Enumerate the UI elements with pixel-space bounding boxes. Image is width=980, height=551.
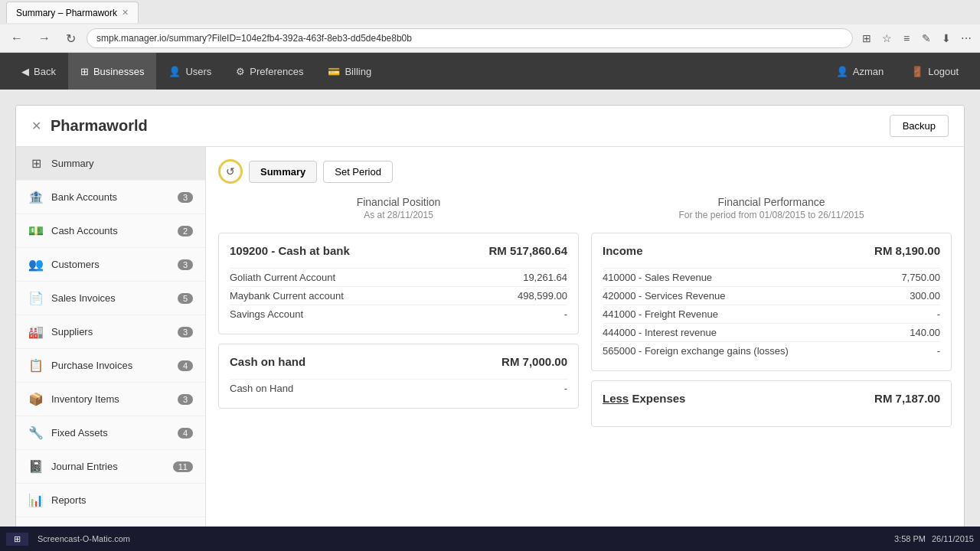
more-icon[interactable]: ⋯ (959, 31, 974, 46)
forward-nav-button[interactable]: → (34, 30, 55, 47)
income-section: Income RM 8,190.00 410000 - Sales Revenu… (591, 233, 952, 371)
circle-icon: ↺ (226, 165, 235, 178)
bank-icon: 🏦 (28, 190, 44, 204)
businesses-nav-item[interactable]: ⊞ Businesses (68, 53, 156, 90)
menu-icon[interactable]: ≡ (899, 31, 914, 46)
download-icon[interactable]: ⬇ (939, 31, 954, 46)
financial-position-header: Financial Position As at 28/11/2015 (218, 196, 579, 220)
app-body: ⊞ Summary 🏦 Bank Accounts 3 💵 Cash Accou… (16, 147, 964, 536)
sidebar-item-customers[interactable]: 👥 Customers 3 (16, 248, 205, 282)
billing-icon: 💳 (328, 66, 340, 77)
billing-nav-item[interactable]: 💳 Billing (315, 53, 384, 90)
sidebar-item-fixed-assets[interactable]: 🔧 Fixed Assets 4 (16, 416, 205, 450)
cash-row-maybank: Maybank Current account 498,599.00 (230, 286, 567, 305)
sidebar-item-cash-accounts[interactable]: 💵 Cash Accounts 2 (16, 214, 205, 248)
customers-icon: 👥 (28, 257, 44, 272)
expenses-label: Less Expenses (603, 392, 685, 405)
cash-on-hand-title-row: Cash on hand RM 7,000.00 (230, 355, 567, 368)
savings-value: - (564, 308, 567, 320)
backup-button[interactable]: Backup (890, 115, 949, 137)
income-value-2: - (937, 308, 940, 320)
sidebar-label-sales: Sales Invoices (51, 292, 178, 304)
user-icon: 👤 (836, 66, 848, 77)
journal-icon: 📓 (28, 459, 44, 474)
perf-subtitle: For the period from 01/08/2015 to 26/11/… (591, 210, 952, 220)
left-column: Financial Position As at 28/11/2015 1092… (218, 196, 579, 436)
reports-icon: 📊 (28, 493, 44, 507)
preferences-label: Preferences (250, 66, 303, 77)
less-text: Less (603, 392, 629, 405)
sidebar-item-sales-invoices[interactable]: 📄 Sales Invoices 5 (16, 282, 205, 315)
income-row-0: 410000 - Sales Revenue 7,750.00 (603, 268, 940, 286)
income-label: Income (603, 244, 643, 257)
cash-at-bank-amount: RM 517,860.64 (488, 244, 567, 257)
user-label: Azman (853, 66, 884, 77)
summary-circle-tab[interactable]: ↺ (218, 159, 243, 184)
cash-on-hand-value: - (564, 383, 567, 394)
cash-row-goliath: Goliath Current Account 19,261.64 (230, 268, 567, 286)
back-label: Back (34, 66, 56, 77)
expenses-amount: RM 7,187.00 (874, 392, 940, 405)
expenses-title-row: Less Expenses RM 7,187.00 (603, 392, 940, 405)
sidebar-item-inventory[interactable]: 📦 Inventory Items 3 (16, 383, 205, 416)
income-amount: RM 8,190.00 (874, 244, 940, 257)
star-icon[interactable]: ☆ (879, 31, 894, 46)
sidebar-item-bank-accounts[interactable]: 🏦 Bank Accounts 3 (16, 181, 205, 214)
preferences-icon: ⚙ (236, 66, 245, 77)
suppliers-icon: 🏭 (28, 324, 44, 339)
browser-tab[interactable]: Summary – Pharmawork ✕ (6, 2, 139, 23)
content-area: ↺ Summary Set Period Financial Position … (206, 147, 964, 536)
expenses-section: Less Expenses RM 7,187.00 (591, 380, 952, 427)
logout-button[interactable]: 🚪 Logout (899, 53, 971, 90)
set-period-tab[interactable]: Set Period (323, 161, 393, 183)
sidebar-item-reports[interactable]: 📊 Reports (16, 484, 205, 517)
sidebar-label-summary: Summary (51, 158, 193, 169)
financial-grid: Financial Position As at 28/11/2015 1092… (218, 196, 952, 436)
income-row-1: 420000 - Services Revenue 300.00 (603, 286, 940, 305)
tab-close-icon[interactable]: ✕ (122, 8, 129, 18)
taskbar-app[interactable]: Screencast-O-Matic.com (31, 533, 136, 545)
sidebar-label-journal: Journal Entries (51, 461, 173, 472)
sidebar: ⊞ Summary 🏦 Bank Accounts 3 💵 Cash Accou… (16, 147, 206, 536)
customers-badge: 3 (178, 259, 193, 270)
preferences-nav-item[interactable]: ⚙ Preferences (224, 53, 315, 90)
financial-performance-header: Financial Performance For the period fro… (591, 196, 952, 220)
sidebar-item-purchase-invoices[interactable]: 📋 Purchase Invoices 4 (16, 349, 205, 383)
goliath-value: 19,261.64 (523, 272, 567, 283)
sidebar-item-journal-entries[interactable]: 📓 Journal Entries 11 (16, 450, 205, 484)
fp-title: Financial Position (218, 196, 579, 208)
savings-label: Savings Account (230, 308, 303, 320)
maybank-value: 498,599.00 (518, 290, 567, 302)
sidebar-item-suppliers[interactable]: 🏭 Suppliers 3 (16, 315, 205, 349)
purchase-icon: 📋 (28, 358, 44, 373)
users-nav-item[interactable]: 👤 Users (156, 53, 224, 90)
sidebar-label-suppliers: Suppliers (51, 326, 178, 337)
user-profile[interactable]: 👤 Azman (824, 53, 896, 90)
back-button[interactable]: ◀ Back (9, 53, 68, 90)
sidebar-label-customers: Customers (51, 259, 178, 270)
right-column: Financial Performance For the period fro… (591, 196, 952, 436)
refresh-button[interactable]: ↻ (61, 30, 80, 47)
edit-icon[interactable]: ✎ (919, 31, 934, 46)
start-button[interactable]: ⊞ (6, 533, 28, 546)
summary-tab[interactable]: Summary (249, 161, 317, 183)
sidebar-item-summary[interactable]: ⊞ Summary (16, 147, 205, 181)
url-input[interactable] (87, 28, 853, 48)
extensions-icon[interactable]: ⊞ (859, 31, 874, 46)
back-nav-button[interactable]: ← (6, 30, 28, 47)
cash-icon: 💵 (28, 223, 44, 238)
sidebar-label-inventory: Inventory Items (51, 393, 178, 405)
income-label-0: 410000 - Sales Revenue (603, 272, 712, 283)
close-button[interactable]: ✕ (31, 119, 41, 133)
sidebar-label-bank: Bank Accounts (51, 191, 178, 203)
inventory-icon: 📦 (28, 392, 44, 406)
app-header: ✕ Pharmaworld Backup (16, 106, 964, 147)
businesses-label: Businesses (93, 66, 144, 77)
cash-on-hand-label: Cash on Hand (230, 383, 293, 394)
main-wrapper: ✕ Pharmaworld Backup ⊞ Summary 🏦 Bank Ac… (0, 90, 980, 551)
cash-row-savings: Savings Account - (230, 305, 567, 323)
expenses-text: Expenses (632, 392, 685, 405)
tab-bar: Summary – Pharmawork ✕ (0, 0, 980, 24)
taskbar-time: 3:58 PM (894, 534, 926, 543)
cash-at-bank-name: 109200 - Cash at bank (230, 244, 350, 257)
